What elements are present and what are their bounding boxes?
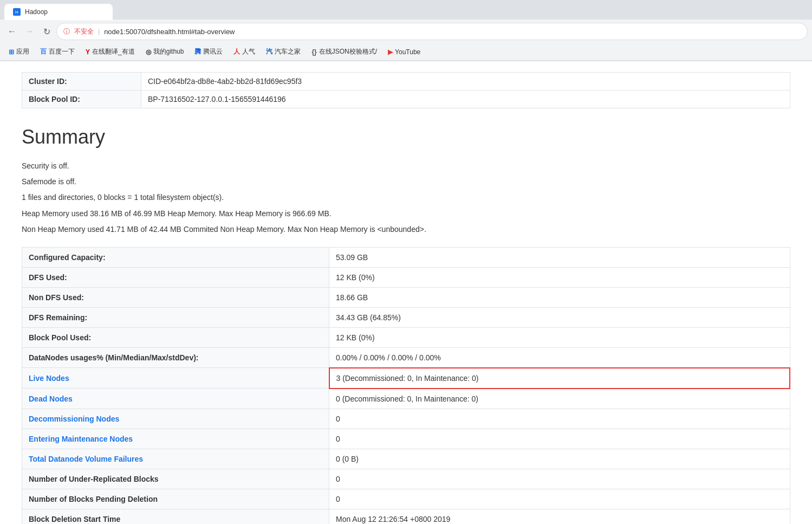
bookmark-github[interactable]: ◎我的github — [141, 46, 189, 58]
reload-button[interactable]: ↻ — [39, 24, 54, 39]
youtube-bookmark-icon: ▶ — [388, 48, 393, 56]
renqi-bookmark-icon: 人 — [233, 47, 240, 56]
github-bookmark-icon: ◎ — [146, 48, 151, 56]
jsoncheck-bookmark-label: 在线JSON校验格式/ — [319, 47, 377, 56]
tencent-bookmark-label: 腾讯云 — [203, 47, 223, 56]
bookmark-car[interactable]: 汽汽车之家 — [262, 46, 305, 58]
summary-row-label: DataNodes usages% (Min/Median/Max/stdDev… — [22, 347, 329, 368]
summary-row-value: Mon Aug 12 21:26:54 +0800 2019 — [329, 509, 790, 524]
summary-row-value: 0 — [329, 469, 790, 489]
table-row: Decommissioning Nodes0 — [22, 409, 790, 429]
bookmark-renqi[interactable]: 人人气 — [229, 46, 259, 58]
car-bookmark-icon: 汽 — [266, 47, 272, 56]
tab-bar: H Hadoop — [0, 0, 812, 20]
summary-row-value: 34.43 GB (64.85%) — [329, 307, 790, 327]
summary-row-value: 0 (0 B) — [329, 449, 790, 469]
summary-line: 1 files and directories, 0 blocks = 1 to… — [22, 191, 790, 204]
address-separator: | — [98, 28, 100, 35]
summary-texts: Security is off.Safemode is off.1 files … — [22, 159, 790, 236]
browser-chrome: H Hadoop ← → ↻ ⓘ 不安全 | node1:50070/dfshe… — [0, 0, 812, 61]
apps-bookmark-icon: ⊞ — [9, 48, 14, 56]
bookmark-apps[interactable]: ⊞应用 — [4, 46, 34, 58]
summary-row-label: Configured Capacity: — [22, 247, 329, 267]
security-text: 不安全 — [74, 27, 94, 36]
bookmark-youtube[interactable]: ▶YouTube — [384, 47, 425, 57]
table-row: DataNodes usages% (Min/Median/Max/stdDev… — [22, 347, 790, 368]
summary-row-label[interactable]: Total Datanode Volume Failures — [22, 449, 329, 469]
summary-line: Non Heap Memory used 41.71 MB of 42.44 M… — [22, 223, 790, 236]
summary-row-value: 12 KB (0%) — [329, 327, 790, 347]
table-row: Number of Blocks Pending Deletion0 — [22, 489, 790, 509]
baidu-bookmark-label: 百度一下 — [49, 47, 75, 56]
summary-row-value: 53.09 GB — [329, 247, 790, 267]
apps-bookmark-label: 应用 — [16, 47, 29, 56]
summary-row-label: Number of Under-Replicated Blocks — [22, 469, 329, 489]
summary-row-value: 0 — [329, 489, 790, 509]
address-bar[interactable]: ⓘ 不安全 | node1:50070/dfshealth.html#tab-o… — [56, 23, 808, 40]
summary-title: Summary — [22, 126, 790, 148]
car-bookmark-label: 汽车之家 — [275, 47, 301, 56]
youtube-bookmark-label: YouTube — [395, 48, 420, 56]
summary-line: Security is off. — [22, 159, 790, 173]
tencent-bookmark-icon: 腾 — [194, 47, 201, 56]
summary-table: Configured Capacity:53.09 GBDFS Used:12 … — [22, 247, 790, 524]
summary-row-value: 0.00% / 0.00% / 0.00% / 0.00% — [329, 347, 790, 368]
bookmark-youdao[interactable]: Y在线翻译_有道 — [81, 46, 139, 58]
cluster-info-table: Cluster ID:CID-e064bf2a-db8e-4ab2-bb2d-8… — [22, 72, 790, 108]
info-label: Block Pool ID: — [22, 90, 141, 108]
tab-title: Hadoop — [25, 8, 48, 16]
info-value: CID-e064bf2a-db8e-4ab2-bb2d-81fd69ec95f3 — [141, 73, 790, 90]
summary-row-link[interactable]: Decommissioning Nodes — [29, 415, 119, 423]
renqi-bookmark-label: 人气 — [242, 47, 255, 56]
address-url: node1:50070/dfshealth.html#tab-overview — [104, 28, 801, 36]
forward-button[interactable]: → — [22, 24, 37, 39]
summary-row-label[interactable]: Live Nodes — [22, 368, 329, 389]
jsoncheck-bookmark-icon: {} — [311, 48, 316, 56]
summary-line: Heap Memory used 38.16 MB of 46.99 MB He… — [22, 207, 790, 221]
table-row: Cluster ID:CID-e064bf2a-db8e-4ab2-bb2d-8… — [22, 73, 790, 90]
summary-row-label: DFS Used: — [22, 267, 329, 287]
table-row: Dead Nodes0 (Decommissioned: 0, In Maint… — [22, 389, 790, 409]
table-row: Block Deletion Start TimeMon Aug 12 21:2… — [22, 509, 790, 524]
security-icon: ⓘ — [63, 27, 70, 36]
youdao-bookmark-icon: Y — [86, 48, 90, 56]
baidu-bookmark-icon: 百 — [40, 47, 47, 56]
table-row: Block Pool Used:12 KB (0%) — [22, 327, 790, 347]
summary-row-label[interactable]: Dead Nodes — [22, 389, 329, 409]
summary-row-link[interactable]: Live Nodes — [29, 374, 69, 383]
page-content: Cluster ID:CID-e064bf2a-db8e-4ab2-bb2d-8… — [0, 61, 812, 524]
summary-row-value: 18.66 GB — [329, 287, 790, 307]
github-bookmark-label: 我的github — [153, 47, 184, 56]
summary-row-value: 0 — [329, 429, 790, 449]
summary-row-value: 0 (Decommissioned: 0, In Maintenance: 0) — [329, 389, 790, 409]
table-row: Total Datanode Volume Failures0 (0 B) — [22, 449, 790, 469]
summary-row-label: Block Deletion Start Time — [22, 509, 329, 524]
browser-tab[interactable]: H Hadoop — [4, 4, 113, 20]
summary-row-label: Block Pool Used: — [22, 327, 329, 347]
summary-row-label: Number of Blocks Pending Deletion — [22, 489, 329, 509]
table-row: Non DFS Used:18.66 GB — [22, 287, 790, 307]
summary-row-label: DFS Remaining: — [22, 307, 329, 327]
tab-favicon: H — [13, 8, 21, 16]
bookmark-jsoncheck[interactable]: {}在线JSON校验格式/ — [307, 46, 381, 58]
summary-row-label: Non DFS Used: — [22, 287, 329, 307]
summary-row-link[interactable]: Total Datanode Volume Failures — [29, 455, 143, 463]
summary-row-label[interactable]: Decommissioning Nodes — [22, 409, 329, 429]
summary-row-label[interactable]: Entering Maintenance Nodes — [22, 429, 329, 449]
summary-row-value: 3 (Decommissioned: 0, In Maintenance: 0) — [329, 368, 790, 389]
table-row: Number of Under-Replicated Blocks0 — [22, 469, 790, 489]
summary-row-value: 0 — [329, 409, 790, 429]
summary-row-link[interactable]: Entering Maintenance Nodes — [29, 435, 133, 443]
summary-line: Safemode is off. — [22, 175, 790, 189]
table-row: Block Pool ID:BP-71316502-127.0.0.1-1565… — [22, 90, 790, 108]
info-label: Cluster ID: — [22, 73, 141, 90]
bookmark-baidu[interactable]: 百百度一下 — [36, 46, 79, 58]
table-row: Entering Maintenance Nodes0 — [22, 429, 790, 449]
bookmark-tencent[interactable]: 腾腾讯云 — [190, 46, 227, 58]
summary-row-link[interactable]: Dead Nodes — [29, 394, 73, 403]
youdao-bookmark-label: 在线翻译_有道 — [92, 47, 135, 56]
table-row: Configured Capacity:53.09 GB — [22, 247, 790, 267]
nav-bar: ← → ↻ ⓘ 不安全 | node1:50070/dfshealth.html… — [0, 20, 812, 43]
back-button[interactable]: ← — [4, 24, 20, 39]
summary-row-value: 12 KB (0%) — [329, 267, 790, 287]
